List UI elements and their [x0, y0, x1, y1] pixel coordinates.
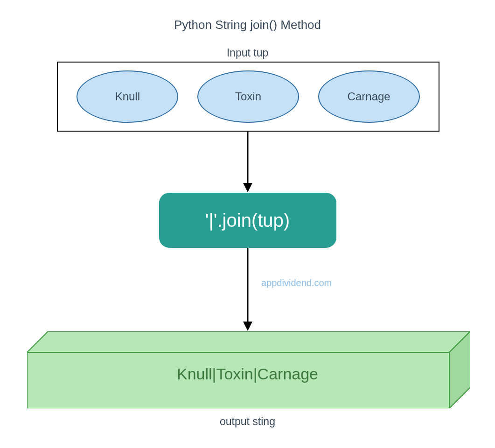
svg-marker-4 [27, 331, 470, 352]
arrow-down-icon [241, 248, 255, 334]
output-string-text: Knull|Toxin|Carnage [0, 365, 495, 383]
svg-marker-3 [243, 322, 252, 331]
watermark-text: appdividend.com [261, 278, 332, 288]
arrow-down-icon [241, 132, 255, 197]
svg-marker-1 [243, 183, 252, 192]
input-item-1: Toxin [197, 70, 299, 123]
input-item-0: Knull [77, 70, 178, 123]
diagram-title: Python String join() Method [0, 18, 495, 32]
input-tuple-container: Knull Toxin Carnage [57, 62, 439, 132]
output-label: output sting [0, 415, 495, 428]
join-method-box: '|'.join(tup) [159, 193, 336, 248]
input-label: Input tup [0, 47, 495, 59]
input-item-2: Carnage [318, 70, 420, 123]
